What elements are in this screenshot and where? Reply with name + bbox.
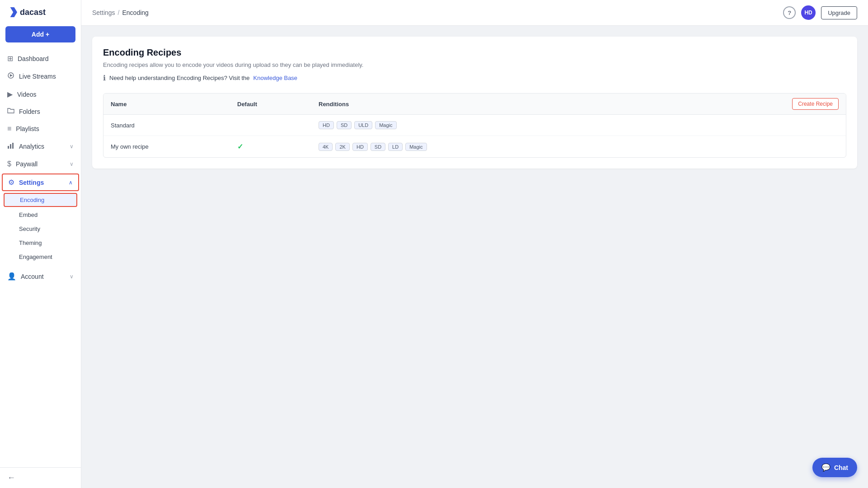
sidebar-subitem-embed[interactable]: Embed bbox=[0, 208, 81, 222]
upgrade-button[interactable]: Upgrade bbox=[821, 6, 857, 19]
folders-icon bbox=[7, 108, 14, 116]
chevron-down-icon: ∨ bbox=[70, 273, 74, 280]
sidebar-item-live-streams[interactable]: Live Streams bbox=[0, 67, 81, 85]
sidebar: dacast Add + ⊞ Dashboard Live Streams ▶ … bbox=[0, 0, 81, 488]
videos-icon: ▶ bbox=[7, 90, 13, 99]
header-renditions: Renditions bbox=[319, 101, 775, 108]
logo-icon bbox=[7, 7, 17, 17]
rendition-badge: ULD bbox=[354, 121, 372, 129]
create-recipe-button[interactable]: Create Recipe bbox=[792, 98, 839, 110]
breadcrumb-separator: / bbox=[118, 9, 120, 16]
sidebar-item-settings[interactable]: ⚙ Settings ∧ bbox=[2, 174, 79, 191]
main-area: Settings / Encoding ? HD Upgrade Encodin… bbox=[81, 0, 868, 488]
row-renditions: HD SD ULD Magic bbox=[319, 121, 839, 129]
settings-submenu: Encoding Embed Security Theming Engageme… bbox=[0, 192, 81, 264]
sidebar-item-playlists[interactable]: ≡ Playlists bbox=[0, 120, 81, 137]
table-row: My own recipe ✓ 4K 2K HD SD LD Magic bbox=[103, 136, 846, 157]
sidebar-item-label: Playlists bbox=[16, 125, 74, 132]
header-name: Name bbox=[111, 101, 237, 108]
row-name: Standard bbox=[111, 122, 237, 129]
rendition-badge: HD bbox=[319, 121, 334, 129]
chat-button[interactable]: 💬 Chat bbox=[812, 458, 857, 477]
sidebar-item-account[interactable]: 👤 Account ∨ bbox=[0, 267, 81, 285]
sidebar-item-label: Analytics bbox=[19, 143, 65, 150]
live-streams-icon bbox=[7, 72, 14, 81]
encoding-table: Name Default Renditions Create Recipe St… bbox=[103, 93, 846, 158]
header-action: Create Recipe bbox=[775, 98, 839, 110]
info-box: ℹ Need help understanding Encoding Recip… bbox=[103, 74, 846, 82]
sidebar-item-folders[interactable]: Folders bbox=[0, 103, 81, 120]
sidebar-item-dashboard[interactable]: ⊞ Dashboard bbox=[0, 50, 81, 67]
svg-rect-2 bbox=[8, 146, 9, 149]
sidebar-subitem-encoding[interactable]: Encoding bbox=[4, 193, 77, 207]
knowledge-base-link[interactable]: Knowledge Base bbox=[253, 75, 298, 81]
row-default: ✓ bbox=[237, 142, 319, 151]
sidebar-item-label: Account bbox=[21, 273, 65, 280]
account-icon: 👤 bbox=[7, 272, 16, 281]
help-button[interactable]: ? bbox=[783, 6, 796, 19]
row-name: My own recipe bbox=[111, 143, 237, 150]
playlists-icon: ≡ bbox=[7, 125, 11, 133]
header-default: Default bbox=[237, 101, 319, 108]
logo-text: dacast bbox=[20, 8, 46, 17]
sidebar-item-label: Paywall bbox=[16, 160, 65, 168]
breadcrumb-root[interactable]: Settings bbox=[92, 9, 115, 16]
svg-marker-1 bbox=[10, 74, 13, 77]
sidebar-item-label: Dashboard bbox=[18, 55, 74, 62]
sidebar-item-label: Settings bbox=[19, 179, 64, 186]
rendition-badge: SD bbox=[337, 121, 352, 129]
sidebar-item-label: Folders bbox=[19, 108, 74, 115]
table-header: Name Default Renditions Create Recipe bbox=[103, 94, 846, 115]
info-text: Need help understanding Encoding Recipes… bbox=[109, 75, 250, 81]
sidebar-subitem-security[interactable]: Security bbox=[0, 222, 81, 236]
chevron-up-icon: ∧ bbox=[69, 179, 73, 186]
sidebar-item-label: Videos bbox=[17, 91, 74, 98]
rendition-badge: LD bbox=[388, 143, 403, 151]
rendition-badge: Magic bbox=[375, 121, 396, 129]
sidebar-item-label: Live Streams bbox=[19, 73, 74, 80]
chat-label: Chat bbox=[834, 464, 848, 471]
topbar: Settings / Encoding ? HD Upgrade bbox=[81, 0, 868, 26]
avatar[interactable]: HD bbox=[801, 5, 816, 20]
dashboard-icon: ⊞ bbox=[7, 54, 13, 63]
rendition-badge: 4K bbox=[319, 143, 333, 151]
topbar-actions: ? HD Upgrade bbox=[783, 5, 857, 20]
sidebar-item-analytics[interactable]: Analytics ∨ bbox=[0, 137, 81, 155]
sidebar-item-videos[interactable]: ▶ Videos bbox=[0, 85, 81, 103]
table-row: Standard HD SD ULD Magic bbox=[103, 115, 846, 136]
chevron-down-icon: ∨ bbox=[70, 161, 74, 167]
info-icon: ℹ bbox=[103, 74, 106, 82]
sidebar-collapse-area: ← bbox=[0, 467, 81, 488]
rendition-badge: SD bbox=[371, 143, 385, 151]
default-check-icon: ✓ bbox=[237, 143, 243, 150]
sidebar-item-paywall[interactable]: $ Paywall ∨ bbox=[0, 155, 81, 173]
collapse-sidebar-button[interactable]: ← bbox=[7, 473, 74, 483]
logo-area: dacast bbox=[0, 0, 81, 23]
page-subtitle: Encoding recipes allow you to encode you… bbox=[103, 61, 846, 68]
svg-rect-3 bbox=[10, 144, 11, 149]
row-renditions: 4K 2K HD SD LD Magic bbox=[319, 143, 839, 151]
settings-icon: ⚙ bbox=[8, 178, 14, 187]
breadcrumb-current: Encoding bbox=[122, 9, 148, 16]
add-button[interactable]: Add + bbox=[5, 26, 75, 42]
rendition-badge: HD bbox=[352, 143, 368, 151]
breadcrumb: Settings / Encoding bbox=[92, 9, 149, 16]
sidebar-subitem-engagement[interactable]: Engagement bbox=[0, 250, 81, 264]
paywall-icon: $ bbox=[7, 160, 11, 168]
analytics-icon bbox=[7, 142, 14, 151]
chat-icon: 💬 bbox=[821, 463, 830, 472]
rendition-badge: 2K bbox=[335, 143, 349, 151]
rendition-badge: Magic bbox=[405, 143, 427, 151]
chevron-down-icon: ∨ bbox=[70, 143, 74, 150]
svg-rect-4 bbox=[12, 143, 14, 149]
page-content: Encoding Recipes Encoding recipes allow … bbox=[81, 26, 868, 488]
page-title: Encoding Recipes bbox=[103, 47, 846, 58]
encoding-card: Encoding Recipes Encoding recipes allow … bbox=[92, 37, 857, 169]
sidebar-subitem-theming[interactable]: Theming bbox=[0, 236, 81, 250]
